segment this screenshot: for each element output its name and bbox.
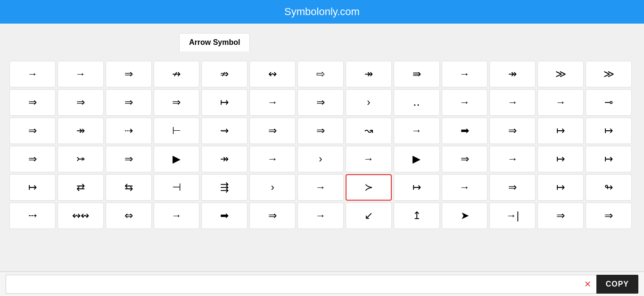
symbol-cell[interactable]: ↦ bbox=[586, 118, 632, 144]
symbol-cell[interactable]: ↥ bbox=[394, 203, 440, 229]
symbol-cell[interactable]: → bbox=[537, 89, 584, 116]
symbol-cell[interactable]: ⇔ bbox=[106, 203, 152, 229]
symbol-cell[interactable]: → bbox=[58, 61, 104, 87]
symbol-cell[interactable]: ⇢ bbox=[106, 118, 152, 144]
symbol-cell[interactable]: ➡ bbox=[201, 203, 248, 229]
symbol-cell[interactable]: ⇆ bbox=[106, 174, 152, 201]
symbol-cell[interactable]: ⇒ bbox=[58, 89, 104, 116]
symbol-cell[interactable]: → bbox=[9, 61, 56, 87]
symbol-cell[interactable]: ⤖ bbox=[58, 146, 104, 172]
symbols-grid: →→⇒↛⇏↭⇨↠⇛→↠≫≫⇒⇒⇒⇒↦→⇒›‥→→→⊸⇒↠⇢⊢⇝⇒⇒↝→➡⇒↦↦⇒… bbox=[9, 61, 632, 229]
symbol-cell[interactable]: ↦ bbox=[9, 174, 56, 201]
arrow-symbol-tab[interactable]: Arrow Symbol bbox=[179, 33, 250, 51]
symbol-cell[interactable]: ↛ bbox=[154, 61, 200, 87]
symbol-cell[interactable]: → bbox=[442, 89, 488, 116]
symbol-cell[interactable]: → bbox=[489, 146, 536, 172]
symbol-cell[interactable]: → bbox=[249, 89, 296, 116]
symbol-cell[interactable]: → bbox=[442, 174, 488, 201]
symbol-cell[interactable]: ⤏ bbox=[9, 203, 56, 229]
symbol-cell[interactable]: ⇒ bbox=[154, 89, 200, 116]
symbol-cell[interactable]: → bbox=[489, 89, 536, 116]
symbol-cell[interactable]: ⇝ bbox=[201, 118, 248, 144]
symbol-cell[interactable]: ▶ bbox=[154, 146, 200, 172]
symbol-cell[interactable]: ↭↭ bbox=[58, 203, 104, 229]
symbol-cell[interactable]: ≫ bbox=[537, 61, 584, 87]
symbol-cell[interactable]: ➤ bbox=[442, 203, 488, 229]
symbol-cell[interactable]: ↦ bbox=[537, 146, 584, 172]
symbol-cell[interactable]: → bbox=[297, 174, 344, 201]
symbol-cell[interactable]: ⇒ bbox=[9, 89, 56, 116]
symbol-cell[interactable]: › bbox=[297, 146, 344, 172]
symbol-cell[interactable]: ⊢ bbox=[154, 118, 200, 144]
symbol-cell[interactable]: ↭ bbox=[249, 61, 296, 87]
symbol-cell[interactable]: ⇛ bbox=[394, 61, 440, 87]
symbol-cell[interactable]: ⇒ bbox=[106, 146, 152, 172]
symbol-cell[interactable]: ⇶ bbox=[201, 174, 248, 201]
symbol-cell[interactable]: ↦ bbox=[586, 146, 632, 172]
symbol-cell[interactable]: ↝ bbox=[346, 118, 392, 144]
symbol-cell[interactable]: → bbox=[154, 203, 200, 229]
symbol-cell[interactable]: › bbox=[346, 89, 392, 116]
symbol-cell[interactable]: ⇒ bbox=[297, 118, 344, 144]
symbol-cell[interactable]: → bbox=[249, 146, 296, 172]
symbol-cell[interactable]: ↦ bbox=[201, 89, 248, 116]
symbol-cell[interactable]: ⇒ bbox=[9, 146, 56, 172]
symbol-cell[interactable]: ⇒ bbox=[297, 89, 344, 116]
symbol-cell[interactable]: → bbox=[442, 61, 488, 87]
symbol-cell[interactable]: ⇒ bbox=[537, 203, 584, 229]
symbol-cell[interactable]: ⇒ bbox=[489, 118, 536, 144]
site-title: Symbolonly.com bbox=[284, 6, 360, 17]
symbol-cell[interactable]: ↠ bbox=[489, 61, 536, 87]
symbol-cell[interactable]: ⊸ bbox=[586, 89, 632, 116]
symbol-cell[interactable]: ➡ bbox=[442, 118, 488, 144]
symbol-cell[interactable]: ↦ bbox=[537, 118, 584, 144]
symbol-cell[interactable]: ‥ bbox=[394, 89, 440, 116]
site-header: Symbolonly.com bbox=[0, 0, 644, 24]
symbol-cell[interactable]: → bbox=[346, 146, 392, 172]
symbol-cell[interactable]: ⇒ bbox=[106, 89, 152, 116]
symbol-cell[interactable]: → bbox=[297, 203, 344, 229]
symbol-cell[interactable]: ↬ bbox=[586, 174, 632, 201]
symbol-cell[interactable]: › bbox=[249, 174, 296, 201]
symbol-cell[interactable]: ↦ bbox=[537, 174, 584, 201]
symbol-cell[interactable]: ⇨ bbox=[297, 61, 344, 87]
symbol-cell[interactable]: ≫ bbox=[586, 61, 632, 87]
tab-label: Arrow Symbol bbox=[189, 38, 240, 46]
symbol-cell[interactable]: ⇒ bbox=[249, 118, 296, 144]
symbol-cell[interactable]: ≻ bbox=[346, 174, 392, 201]
symbol-cell[interactable]: ↦ bbox=[394, 174, 440, 201]
symbol-cell[interactable]: → bbox=[394, 118, 440, 144]
symbol-cell[interactable]: ⇒ bbox=[489, 174, 536, 201]
symbol-cell[interactable]: ↠ bbox=[58, 118, 104, 144]
symbol-cell[interactable]: ⇄ bbox=[58, 174, 104, 201]
symbol-cell[interactable]: ▶ bbox=[394, 146, 440, 172]
symbol-cell[interactable]: ⇒ bbox=[106, 61, 152, 87]
symbol-cell[interactable]: ↠ bbox=[346, 61, 392, 87]
symbol-cell[interactable]: ↠ bbox=[201, 146, 248, 172]
symbol-cell[interactable]: →| bbox=[489, 203, 536, 229]
symbol-cell[interactable]: ⇏ bbox=[201, 61, 248, 87]
symbol-cell[interactable]: ⊣ bbox=[154, 174, 200, 201]
symbol-cell[interactable]: ↙ bbox=[346, 203, 392, 229]
symbol-cell[interactable]: ⇒ bbox=[586, 203, 632, 229]
symbol-cell[interactable]: ⇒ bbox=[9, 118, 56, 144]
symbol-cell[interactable]: ⇒ bbox=[442, 146, 488, 172]
symbol-cell[interactable]: ⇒ bbox=[249, 203, 296, 229]
